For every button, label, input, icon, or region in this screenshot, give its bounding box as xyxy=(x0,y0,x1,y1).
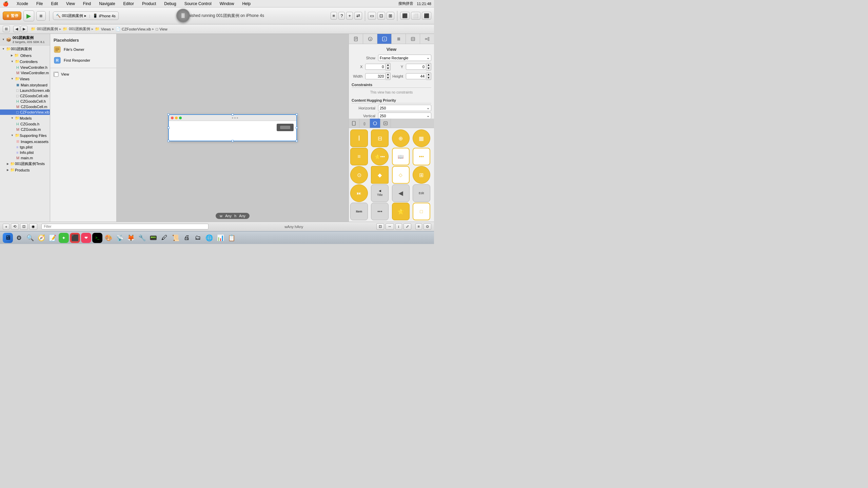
hide-debug[interactable]: ⬜ xyxy=(411,12,420,20)
dock-app2[interactable]: ⬛ xyxy=(70,233,80,243)
run-button[interactable]: ▶ xyxy=(23,11,34,21)
lib-item-5[interactable]: ⭐••• xyxy=(371,148,389,165)
w-stepper-up[interactable]: ▲ xyxy=(386,73,390,76)
lib-item-3[interactable]: ▦ xyxy=(413,129,430,147)
lib-item-2[interactable]: ⊕ xyxy=(392,129,410,147)
tab-connections[interactable] xyxy=(420,34,434,44)
sidebar-item-others[interactable]: ▶ 📁 Others xyxy=(0,53,50,58)
layout-assistant[interactable]: ⊡ xyxy=(377,12,385,20)
dock-safari[interactable]: 🧭 xyxy=(36,233,46,243)
dock-app12[interactable]: 🗂 xyxy=(193,233,203,243)
dock-app13[interactable]: 🌐 xyxy=(204,233,214,243)
sidebar-views[interactable]: ▼ 📁 Views xyxy=(0,76,50,82)
sidebar-czgoods-m[interactable]: M CZGoods.m xyxy=(0,127,50,132)
h-field[interactable] xyxy=(406,73,426,79)
dock-app7[interactable]: 🔧 xyxy=(137,233,147,243)
lib-item-8[interactable]: ⊙ xyxy=(350,166,368,184)
lib-item-1[interactable]: ⊟ xyxy=(371,129,389,147)
sidebar-products-group[interactable]: ▶ 📁 Products xyxy=(0,167,50,173)
sidebar-czfooterview-xib[interactable]: □ CZFooterView.xib xyxy=(0,109,50,115)
project-header[interactable]: ▼ 📦 001团购案例 2 targets, iOS SDK 8.1 xyxy=(0,34,50,45)
sidebar-czgoodscell-h[interactable]: H CZGoodsCell.h xyxy=(0,99,50,104)
w-stepper-down[interactable]: ▼ xyxy=(386,76,390,80)
stop-button[interactable]: ■ xyxy=(36,11,46,21)
lib-item-16[interactable]: Item xyxy=(350,203,368,220)
sidebar-launchscreen-xib[interactable]: □ LaunchScreen.xib xyxy=(0,88,50,93)
lib-item-13[interactable]: ◀Title xyxy=(371,184,389,202)
dock-finder[interactable]: 🖥 xyxy=(3,233,13,243)
add-button[interactable]: + xyxy=(3,224,9,230)
breadcrumb-project[interactable]: 001团购案例 xyxy=(37,26,58,32)
tab-identity[interactable]: i xyxy=(377,34,392,44)
zoom-to-fit[interactable]: ⊡ xyxy=(376,223,384,230)
breadcrumb-view[interactable]: View xyxy=(159,27,167,31)
tab-attributes[interactable] xyxy=(392,34,406,44)
inner-widget[interactable] xyxy=(277,124,294,131)
view-item[interactable]: View xyxy=(50,70,116,78)
dock-system-prefs[interactable]: ⚙ xyxy=(14,233,24,243)
zoom-width[interactable]: ↔ xyxy=(386,223,394,230)
x-stepper-down[interactable]: ▼ xyxy=(386,67,390,70)
sidebar-info-plist[interactable]: ≡ Info.plist xyxy=(0,150,50,155)
tab-file[interactable] xyxy=(349,34,363,44)
sidebar-supporting-files[interactable]: ▼ 📁 Supporting Files xyxy=(0,132,50,139)
h-stepper-up[interactable]: ▲ xyxy=(426,73,431,76)
pause-overlay-button[interactable]: ⏸ xyxy=(176,9,190,22)
dock-app3[interactable]: ❤ xyxy=(81,233,91,243)
show-dropdown[interactable]: Frame Rectangle ⌄ xyxy=(378,55,431,61)
lib-toggle[interactable]: ≡ xyxy=(415,223,422,230)
dock-app14[interactable]: 📊 xyxy=(215,233,225,243)
scheme-selector[interactable]: 🔨 001团购案例 ▸ | 📱 iPhone 4s xyxy=(53,12,119,20)
add-item[interactable]: + xyxy=(346,12,353,20)
vert-dropdown[interactable]: 250 ⌄ xyxy=(378,113,431,119)
menu-editor[interactable]: Editor xyxy=(122,1,135,7)
navigator-toggle[interactable]: ≡ xyxy=(331,12,337,20)
sidebar-czgoods-h[interactable]: H CZGoods.h xyxy=(0,121,50,127)
dock-app4[interactable]: 🎨 xyxy=(103,233,114,243)
dock-app8[interactable]: 📟 xyxy=(148,233,158,243)
lib-tab-files[interactable] xyxy=(349,119,359,128)
dock-app10[interactable]: 📜 xyxy=(171,233,181,243)
breadcrumb-file[interactable]: CZFooterView.xib xyxy=(122,27,151,31)
sidebar-tests-group[interactable]: ▶ 📁 001团购案例Tests xyxy=(0,161,50,167)
view-toggle[interactable]: ⊡ xyxy=(20,223,28,230)
history-button[interactable]: ⟲ xyxy=(11,223,19,230)
filter-button[interactable]: ◉ xyxy=(29,223,37,230)
back-arrow[interactable]: ◀ xyxy=(13,26,20,32)
lib-item-11[interactable]: ⊞ xyxy=(413,166,430,184)
xib-view[interactable] xyxy=(168,114,297,141)
dock-app5[interactable]: 📡 xyxy=(115,233,125,243)
breadcrumb-group[interactable]: 001团购案例 xyxy=(69,26,90,32)
sidebar-models[interactable]: ▼ 📁 Models xyxy=(0,115,50,121)
lib-tab-class[interactable]: {} xyxy=(359,119,370,128)
zoom-height[interactable]: ↕ xyxy=(395,223,402,230)
menu-window[interactable]: Window xyxy=(218,1,236,7)
placeholder-first-responder[interactable]: R First Responder xyxy=(50,55,116,66)
lib-item-19[interactable]: □ xyxy=(413,203,430,220)
y-stepper-down[interactable]: ▼ xyxy=(426,67,431,70)
quick-help[interactable]: ? xyxy=(338,12,345,20)
breadcrumb-views[interactable]: Views xyxy=(101,27,111,31)
w-field[interactable] xyxy=(365,73,386,79)
sidebar-main-storyboard[interactable]: ◼ Main.storyboard xyxy=(0,82,50,88)
lib-item-0[interactable]: I xyxy=(350,129,368,147)
lib-item-17[interactable]: ••• xyxy=(371,203,389,220)
lib-item-9[interactable]: ◆ xyxy=(371,166,389,184)
zoom-full[interactable]: ⤢ xyxy=(403,223,411,230)
menu-edit[interactable]: Edit xyxy=(50,1,59,7)
sidebar-czgoodscell-m[interactable]: M CZGoodsCell.m xyxy=(0,104,50,109)
dock-terminal[interactable]: >_ xyxy=(92,233,102,243)
dock-app6[interactable]: 🦊 xyxy=(126,233,136,243)
lib-item-15[interactable]: Edit xyxy=(413,184,430,202)
layout-single[interactable]: ▭ xyxy=(368,12,376,20)
back-forward[interactable]: ⇄ xyxy=(354,12,362,20)
menu-product[interactable]: Product xyxy=(141,1,157,7)
stop-run-button[interactable]: ⏸ 暂停 xyxy=(3,12,21,20)
sidebar-tgs-plist[interactable]: ≡ tgs.plist xyxy=(0,144,50,150)
filter-input[interactable] xyxy=(41,224,209,229)
menu-file[interactable]: File xyxy=(35,1,44,7)
menu-debug[interactable]: Debug xyxy=(163,1,177,7)
dock-app15[interactable]: 📋 xyxy=(226,233,237,243)
placeholder-files-owner[interactable]: File's Owner xyxy=(50,44,116,55)
dock-app11[interactable]: 🖨 xyxy=(182,233,192,243)
